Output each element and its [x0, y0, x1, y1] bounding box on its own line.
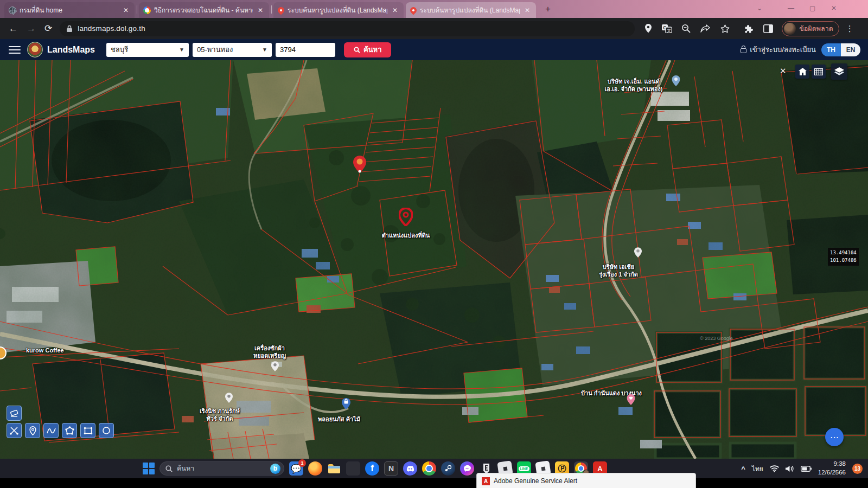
- battery-icon[interactable]: [801, 466, 812, 472]
- map-search-close-icon[interactable]: ✕: [780, 66, 787, 76]
- language-toggle: TH EN: [821, 43, 860, 56]
- circle-tool-button[interactable]: [99, 423, 114, 438]
- zoom-out-icon[interactable]: [681, 24, 691, 33]
- tab-close-icon[interactable]: ✕: [256, 7, 265, 14]
- adobe-alert-icon: A: [482, 477, 490, 485]
- district-value: 05-พานทอง: [197, 44, 233, 55]
- globe-icon: [9, 7, 16, 14]
- measure-tool-button[interactable]: [7, 423, 22, 438]
- file-explorer-icon[interactable]: [327, 461, 341, 476]
- lang-th-button[interactable]: TH: [821, 43, 841, 56]
- menu-hamburger-icon[interactable]: [9, 44, 21, 56]
- tab-separator: [271, 5, 272, 14]
- address-bar[interactable]: landsmaps.dol.go.th: [60, 21, 635, 36]
- pin-tool-button[interactable]: [25, 423, 40, 438]
- satellite-map[interactable]: ✕ ตำแหน่งแปลง: [0, 60, 868, 459]
- grid-view-button[interactable]: [812, 65, 826, 79]
- messenger-icon[interactable]: [460, 461, 474, 476]
- polyline-tool-button[interactable]: [43, 423, 59, 438]
- notification-badge[interactable]: 13: [852, 464, 863, 474]
- search-icon: [354, 47, 360, 53]
- new-tab-button[interactable]: +: [542, 4, 553, 15]
- result-marker[interactable]: [353, 156, 366, 175]
- teams-chat-icon[interactable]: 💬1: [289, 461, 303, 476]
- login-link[interactable]: เข้าสู่ระบบ/ลงทะเบียน: [741, 44, 816, 55]
- tab-close-icon[interactable]: ✕: [523, 7, 532, 14]
- taskbar-search[interactable]: ค้นหา b: [159, 461, 284, 476]
- lang-en-button[interactable]: EN: [841, 43, 860, 56]
- bookmark-star-icon[interactable]: [720, 24, 730, 33]
- district-select[interactable]: 05-พานทอง ▼: [193, 43, 272, 57]
- tray-expand-chevron[interactable]: ^: [741, 465, 745, 473]
- url-text: landsmaps.dol.go.th: [78, 24, 145, 33]
- start-button[interactable]: [143, 463, 155, 474]
- chrome-icon[interactable]: [422, 461, 436, 476]
- pinned-app-icon[interactable]: [346, 461, 360, 476]
- window-minimize-button[interactable]: —: [788, 4, 794, 12]
- wifi-icon[interactable]: [770, 465, 779, 472]
- layers-icon: [834, 67, 844, 76]
- notion-icon[interactable]: N: [384, 461, 398, 476]
- tab-title: ระบบค้นหารูปแปลงที่ดิน (LandsMaps: [288, 5, 387, 15]
- volume-icon[interactable]: [786, 465, 794, 472]
- company-jm-pin[interactable]: [672, 75, 680, 88]
- bing-icon: b: [270, 464, 280, 474]
- adobe-alert-popup[interactable]: A Adobe Genuine Service Alert: [476, 473, 696, 488]
- tab-title: วิธีการตรวจสอบโฉนดที่ดิน - ค้นหาด้ว: [154, 5, 253, 15]
- tab-google-search[interactable]: วิธีการตรวจสอบโฉนดที่ดิน - ค้นหาด้ว ✕: [139, 2, 269, 18]
- brand-title: LandsMaps: [47, 45, 95, 55]
- tour-pin[interactable]: [225, 393, 233, 405]
- discord-icon[interactable]: [403, 461, 417, 476]
- back-button[interactable]: ←: [9, 23, 18, 34]
- translate-icon[interactable]: G 文: [662, 24, 672, 33]
- tab-landsmaps-1[interactable]: ระบบค้นหารูปแปลงที่ดิน (LandsMaps ✕: [273, 2, 404, 18]
- timber-shop-pin[interactable]: [342, 398, 350, 412]
- tab-home[interactable]: กรมที่ดิน home ✕: [4, 2, 135, 18]
- map-copyright: © 2023 Google: [700, 336, 733, 341]
- steam-icon[interactable]: [441, 461, 455, 476]
- screen: กรมที่ดิน home ✕ วิธีการตรวจสอบโฉนดที่ดิ…: [0, 0, 868, 488]
- home-button[interactable]: [795, 65, 809, 79]
- search-button[interactable]: ค้นหา: [344, 42, 391, 57]
- avatar: [784, 23, 796, 35]
- province-select[interactable]: ชลบุรี ▼: [106, 43, 189, 57]
- grid-icon: [814, 68, 823, 75]
- tab-close-icon[interactable]: ✕: [122, 7, 130, 14]
- tab-close-icon[interactable]: ✕: [391, 7, 399, 14]
- browser-menu-button[interactable]: ⋮: [846, 24, 854, 34]
- windows-taskbar: ค้นหา b 💬1 f N: [0, 459, 868, 478]
- tab-landsmaps-2-active[interactable]: ระบบค้นหารูปแปลงที่ดิน (LandsMaps ✕: [406, 2, 536, 18]
- rectangle-tool-button[interactable]: [80, 423, 95, 438]
- landsmaps-header: LandsMaps ชลบุรี ▼ 05-พานทอง ▼ ค้นหา เข้…: [0, 39, 868, 60]
- lock-icon: [741, 48, 746, 53]
- polygon-tool-button[interactable]: [62, 423, 77, 438]
- forward-button[interactable]: →: [27, 23, 36, 34]
- extensions-icon[interactable]: [744, 24, 754, 34]
- window-chevron-icon[interactable]: ⌄: [757, 4, 762, 12]
- company-asia-pin[interactable]: [634, 247, 642, 260]
- tray-clock[interactable]: 9:38 12/6/2566: [818, 460, 846, 477]
- layers-button[interactable]: [831, 63, 847, 80]
- company-asia-label: บริษัท เอเชียรุ่งเรือง 1 จำกัด: [599, 263, 638, 279]
- tray-language[interactable]: ไทย: [752, 464, 763, 474]
- facebook-icon[interactable]: f: [365, 461, 379, 476]
- share-icon[interactable]: [700, 24, 711, 33]
- chat-fab-button[interactable]: ⋯: [825, 428, 844, 446]
- reload-button[interactable]: ⟳: [44, 23, 52, 34]
- eraser-tool-button[interactable]: [7, 406, 22, 421]
- coordinates-readout: 13.494104101.07486: [828, 248, 859, 266]
- parcel-number-input[interactable]: [276, 43, 335, 57]
- tray-date: 12/6/2566: [818, 468, 846, 477]
- firefox-icon[interactable]: [308, 461, 322, 476]
- side-panel-icon[interactable]: [763, 24, 773, 33]
- location-icon[interactable]: [644, 24, 652, 33]
- window-close-button[interactable]: ✕: [831, 4, 837, 12]
- kamnan-heart-pin[interactable]: [627, 394, 635, 407]
- profile-button[interactable]: ข้อผิดพลาด: [782, 21, 839, 36]
- chevron-down-icon: ▼: [262, 47, 267, 53]
- window-maximize-button[interactable]: ▢: [809, 4, 815, 12]
- chevron-down-icon: ▼: [179, 47, 184, 53]
- laundry-pin[interactable]: [271, 361, 279, 374]
- google-icon: [143, 7, 151, 14]
- parcel-marker[interactable]: [399, 208, 413, 228]
